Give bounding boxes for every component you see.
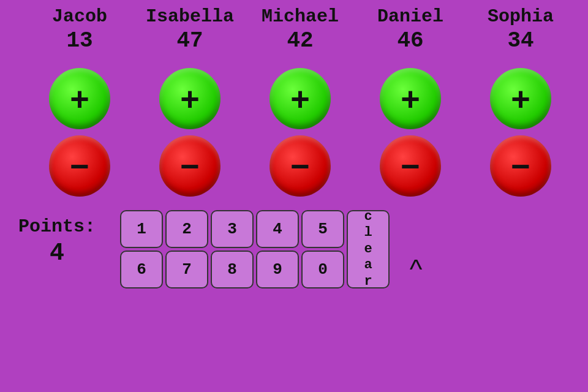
player-name-jacob: Jacob — [52, 6, 107, 27]
numpad: 12345clear67890 — [120, 210, 390, 288]
minus-button-isabella[interactable]: − — [159, 135, 221, 197]
points-value: 4 — [50, 239, 64, 267]
plus-button-daniel[interactable]: + — [380, 68, 441, 129]
player-score-daniel: 46 — [397, 28, 423, 53]
clear-button[interactable]: clear — [347, 210, 390, 288]
numpad-btn-9[interactable]: 9 — [256, 251, 299, 288]
minus-button-sophia[interactable]: − — [490, 135, 551, 197]
numpad-btn-7[interactable]: 7 — [165, 251, 208, 288]
plus-button-michael[interactable]: + — [270, 68, 331, 129]
player-score-michael: 42 — [287, 28, 313, 53]
points-display: Points: 4 — [18, 216, 96, 267]
numpad-btn-6[interactable]: 6 — [120, 251, 163, 288]
plus-button-sophia[interactable]: + — [490, 68, 551, 129]
player-col-daniel: Daniel46 — [361, 6, 459, 62]
numpad-btn-8[interactable]: 8 — [211, 251, 254, 288]
player-col-isabella: Isabella47 — [141, 6, 239, 62]
minus-buttons-row: −−−−− — [0, 135, 588, 197]
plus-button-isabella[interactable]: + — [159, 68, 221, 129]
points-label: Points: — [18, 216, 96, 237]
player-score-isabella: 47 — [176, 28, 203, 53]
player-name-sophia: Sophia — [488, 6, 554, 27]
numpad-btn-4[interactable]: 4 — [256, 210, 299, 248]
player-col-sophia: Sophia34 — [472, 6, 570, 62]
player-score-jacob: 13 — [66, 28, 92, 53]
numpad-btn-5[interactable]: 5 — [301, 210, 344, 248]
numpad-btn-1[interactable]: 1 — [120, 210, 163, 248]
minus-button-michael[interactable]: − — [270, 135, 331, 197]
plus-button-jacob[interactable]: + — [49, 68, 110, 129]
player-score-sophia: 34 — [507, 28, 533, 53]
minus-button-jacob[interactable]: − — [49, 135, 110, 197]
submit-button[interactable]: ^ — [394, 251, 437, 288]
numpad-btn-2[interactable]: 2 — [165, 210, 208, 248]
player-name-michael: Michael — [262, 6, 339, 27]
player-name-isabella: Isabella — [146, 6, 234, 27]
numpad-btn-0[interactable]: 0 — [301, 251, 344, 288]
players-row: Jacob13Isabella47Michael42Daniel46Sophia… — [0, 0, 588, 62]
player-col-michael: Michael42 — [251, 6, 349, 62]
plus-buttons-row: +++++ — [0, 68, 588, 129]
numpad-btn-3[interactable]: 3 — [211, 210, 254, 248]
player-name-daniel: Daniel — [377, 6, 443, 27]
minus-button-daniel[interactable]: − — [380, 135, 441, 197]
bottom-area: Points: 4 12345clear67890 ^ — [0, 210, 588, 288]
player-col-jacob: Jacob13 — [31, 6, 129, 62]
